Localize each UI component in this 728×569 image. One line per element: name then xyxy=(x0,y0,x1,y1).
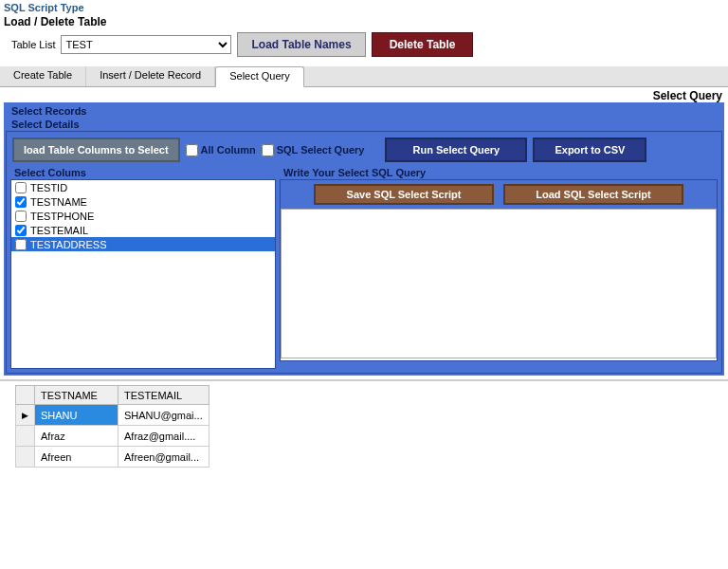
results-header-email[interactable]: TESTEMAIL xyxy=(118,386,209,405)
column-checkbox[interactable] xyxy=(15,211,27,222)
column-name-label: TESTID xyxy=(30,182,67,193)
cell-email[interactable]: Afraz@gmail.... xyxy=(118,426,209,447)
table-list-label: Table List xyxy=(4,39,55,50)
results-table[interactable]: TESTNAME TESTEMAIL ▶SHANUSHANU@gmai...Af… xyxy=(15,385,209,468)
all-column-label: All Column xyxy=(201,144,256,156)
column-item[interactable]: TESTPHONE xyxy=(11,209,275,223)
load-table-names-button[interactable]: Load Table Names xyxy=(237,32,365,57)
column-name-label: TESTEMAIL xyxy=(30,225,88,236)
load-columns-button[interactable]: load Table Columns to Select xyxy=(12,138,180,162)
tab-select-query[interactable]: Select Query xyxy=(215,66,304,87)
cell-email[interactable]: SHANU@gmai... xyxy=(118,405,209,426)
delete-table-button[interactable]: Delete Table xyxy=(372,32,474,57)
columns-listbox[interactable]: TESTIDTESTNAMETESTPHONETESTEMAILTESTADDR… xyxy=(10,179,276,369)
run-select-query-button[interactable]: Run Select Query xyxy=(385,138,527,162)
column-name-label: TESTADDRESS xyxy=(30,239,106,250)
tabstrip: Create Table Insert / Delete Record Sele… xyxy=(0,66,728,87)
table-row[interactable]: AfrazAfraz@gmail.... xyxy=(16,426,209,447)
cell-name[interactable]: Afreen xyxy=(35,447,118,468)
row-indicator: ▶ xyxy=(16,405,35,426)
column-item[interactable]: TESTADDRESS xyxy=(11,237,275,251)
sql-select-query-checkbox[interactable] xyxy=(262,144,274,156)
select-query-panel: Select Records Select Details load Table… xyxy=(4,102,724,376)
results-header-name[interactable]: TESTNAME xyxy=(35,386,118,405)
cell-email[interactable]: Afreen@gmail... xyxy=(118,447,209,468)
write-sql-title: Write Your Select SQL Query xyxy=(280,166,718,179)
cell-name[interactable]: Afraz xyxy=(35,426,118,447)
column-checkbox[interactable] xyxy=(15,182,27,193)
column-name-label: TESTPHONE xyxy=(30,211,94,222)
select-details-title: Select Details xyxy=(6,118,722,131)
column-name-label: TESTNAME xyxy=(30,196,87,208)
sql-textarea[interactable] xyxy=(281,209,717,358)
select-columns-title: Select Colums xyxy=(10,166,276,179)
sql-select-query-label: SQL Select Query xyxy=(277,144,365,156)
load-delete-title: Load / Delete Table xyxy=(4,15,724,28)
table-row[interactable]: AfreenAfreen@gmail... xyxy=(16,447,209,468)
column-item[interactable]: TESTID xyxy=(11,180,275,194)
sql-script-type-label: SQL Script Type xyxy=(4,2,724,13)
row-indicator xyxy=(16,447,35,468)
tab-create-table[interactable]: Create Table xyxy=(0,66,86,86)
row-indicator xyxy=(16,426,35,447)
column-item[interactable]: TESTNAME xyxy=(11,194,275,209)
column-item[interactable]: TESTEMAIL xyxy=(11,223,275,237)
select-query-heading: Select Query xyxy=(0,87,728,102)
load-sql-script-button[interactable]: Load SQL Select Script xyxy=(503,184,683,205)
sql-select-query-checkbox-wrap[interactable]: SQL Select Query xyxy=(262,144,365,156)
export-csv-button[interactable]: Export to CSV xyxy=(533,138,646,162)
all-column-checkbox-wrap[interactable]: All Column xyxy=(186,144,256,156)
cell-name[interactable]: SHANU xyxy=(35,405,118,426)
select-records-title: Select Records xyxy=(6,104,722,118)
all-column-checkbox[interactable] xyxy=(186,144,198,156)
row-indicator-header xyxy=(16,386,35,405)
column-checkbox[interactable] xyxy=(15,225,27,236)
column-checkbox[interactable] xyxy=(15,239,27,250)
table-list-select[interactable]: TEST xyxy=(61,35,231,54)
tab-insert-delete[interactable]: Insert / Delete Record xyxy=(86,66,215,86)
table-row[interactable]: ▶SHANUSHANU@gmai... xyxy=(16,405,209,426)
column-checkbox[interactable] xyxy=(15,196,27,208)
save-sql-script-button[interactable]: Save SQL Select Script xyxy=(314,184,494,205)
results-area: TESTNAME TESTEMAIL ▶SHANUSHANU@gmai...Af… xyxy=(0,379,728,569)
